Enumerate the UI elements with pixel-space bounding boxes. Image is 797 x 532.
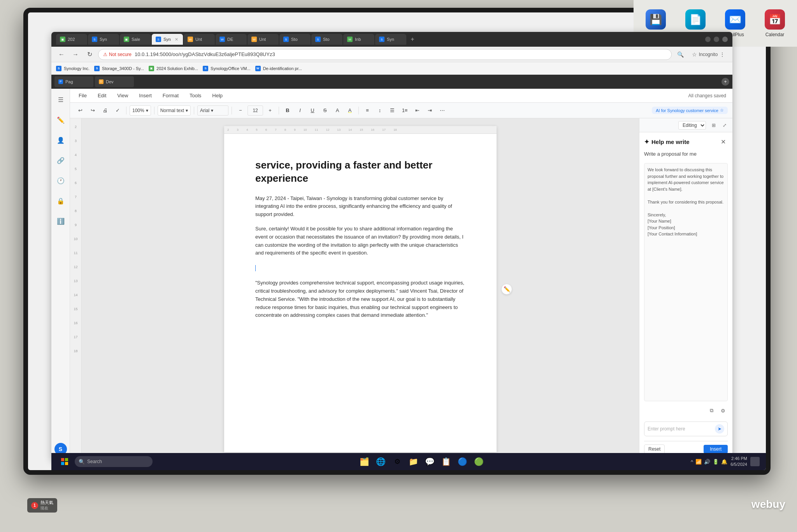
doc-cursor-area[interactable] [255,263,465,273]
tab-close-icon[interactable]: ✕ [174,37,179,42]
tab-inb[interactable]: M Inb [343,34,374,45]
font-size-field[interactable]: 12 [248,105,263,116]
floating-edit-icon[interactable]: ✏️ [501,284,512,295]
spell-check-button[interactable]: ✓ [112,105,123,116]
underline-button[interactable]: U [307,105,318,116]
list-button[interactable]: ☰ [387,105,398,116]
indent-left-button[interactable]: ⇤ [412,105,423,116]
bookmark-synology[interactable]: S Synology Inc. [56,66,90,71]
show-desktop-button[interactable] [750,457,760,466]
font-name-select[interactable]: Arial ▾ [197,105,228,116]
syn-tab-pag[interactable]: P Pag [54,76,93,87]
adjust-icon[interactable]: ⚙ [718,406,728,415]
back-button[interactable]: ← [56,49,67,60]
sound-icon[interactable]: 🔊 [704,459,710,465]
menu-icon[interactable]: ⋮ [717,49,728,60]
people-icon[interactable]: 👤 [54,134,67,146]
hamburger-menu-icon[interactable]: ☰ [54,93,67,106]
numbered-list-button[interactable]: 1≡ [399,105,410,116]
address-bar[interactable]: ⚠ Not secure 10.0.1.194:5000/oo/r/ygDASb… [98,49,672,60]
expand-icon[interactable]: ⤢ [720,121,729,130]
menu-view[interactable]: View [115,91,130,100]
info-icon[interactable]: ℹ️ [54,215,67,227]
bookmark-solution[interactable]: ▣ 2024 Solution Exhib... [149,66,198,71]
font-color-button[interactable]: A [332,105,343,116]
add-tab-icon[interactable]: + [722,78,729,86]
menu-edit[interactable]: Edit [95,91,109,100]
taskbar-app7-icon[interactable]: 🟢 [472,455,486,469]
bold-button[interactable]: B [282,105,293,116]
tab-sale[interactable]: ▣ Sale [120,34,151,45]
document-scroll-area[interactable]: 23456789101112131415161718 service, prov… [82,118,639,460]
taskbar-edge-icon[interactable]: 🌐 [374,455,388,469]
tab-syn-active[interactable]: S Syn ✕ [152,34,183,45]
tab-202[interactable]: ▣ 202 [56,34,87,45]
tab-syn2[interactable]: S Syn [375,34,406,45]
menu-insert[interactable]: Insert [137,91,154,100]
view-mode-select[interactable]: Editing [678,121,706,130]
style-select[interactable]: Normal text ▾ [158,105,191,116]
zoom-select[interactable]: 100% ▾ [130,105,151,116]
taskbar-explorer-icon[interactable]: 🗂️ [358,455,372,469]
ai-hint-banner[interactable]: AI for Synology customer service ☆ [652,107,728,114]
taskbar-chrome-icon[interactable]: ⚙ [390,455,404,469]
increase-font-button[interactable]: + [265,105,276,116]
bookmark-deidentification[interactable]: W De-identification pr... [255,66,302,71]
tab-sto1[interactable]: S Sto [279,34,311,45]
bookmark-synoffice[interactable]: S SynologyOffice VM... [203,66,251,71]
tab-de[interactable]: W DE [216,34,247,45]
tab-unt1[interactable]: W Unt [184,34,215,45]
redo-button[interactable]: ↪ [87,105,98,116]
decrease-font-button[interactable]: − [235,105,246,116]
print-button[interactable]: 🖨 [100,105,111,116]
align-button[interactable]: ≡ [362,105,373,116]
undo-button[interactable]: ↩ [75,105,86,116]
ai-panel-close-icon[interactable]: ✕ [718,137,728,146]
battery-icon[interactable]: 🔋 [713,459,719,465]
taskbar-clock[interactable]: 2:46 PM 6/5/2024 [730,456,747,468]
lock-icon[interactable]: 🔒 [54,195,67,207]
new-tab-button[interactable]: + [407,34,418,45]
search-icon[interactable]: 🔍 [675,49,686,60]
line-spacing-button[interactable]: ↕ [374,105,385,116]
start-button[interactable] [58,455,72,469]
indent-right-button[interactable]: ⇥ [424,105,435,116]
menu-tools[interactable]: Tools [187,91,204,100]
taskbar-app6-icon[interactable]: 🔵 [456,455,470,469]
tray-icon-1[interactable]: ^ [691,459,693,465]
menu-format[interactable]: Format [160,91,181,100]
minimize-button[interactable] [705,37,711,42]
ai-reset-button[interactable]: Reset [644,444,665,454]
tab-sto2[interactable]: S Sto [311,34,342,45]
syn-tab-dev[interactable]: D Dev [95,76,134,87]
notification-icon[interactable]: 🔔 [721,459,727,465]
menu-help[interactable]: Help [210,91,225,100]
edit-pen-icon[interactable]: ✏️ [54,114,67,126]
highlight-button[interactable]: A [344,105,355,116]
more-options-button[interactable]: ⋯ [437,105,448,116]
network-icon[interactable]: 📶 [695,459,702,465]
strikethrough-button[interactable]: S [320,105,330,116]
tab-unt2[interactable]: W Unt [248,34,279,45]
reload-button[interactable]: ↻ [84,49,95,60]
italic-button[interactable]: I [295,105,305,116]
ai-insert-button[interactable]: Insert [704,445,728,453]
forward-button[interactable]: → [70,49,81,60]
menu-file[interactable]: File [76,91,89,100]
maximize-button[interactable] [714,37,719,42]
copy-icon[interactable]: ⧉ [707,406,716,415]
ai-prompt-send-button[interactable]: ➤ [715,424,724,434]
close-button[interactable] [722,37,728,42]
ai-prompt-input-area[interactable]: Enter prompt here ➤ [644,421,728,436]
bookmark-storage[interactable]: S Storage_3400D - Sy... [94,66,144,71]
calendar-icon-wrapper[interactable]: 📅 Calendar [765,9,785,37]
tab-syn1[interactable]: S Syn [88,34,119,45]
taskbar-app5-icon[interactable]: 📋 [439,455,453,469]
bookmark-icon[interactable]: ☆ [689,49,700,60]
grid-view-icon[interactable]: ⊞ [709,121,718,130]
history-icon[interactable]: 🕐 [54,174,67,187]
taskbar-teams-icon[interactable]: 💬 [423,455,437,469]
taskbar-search[interactable]: 🔍 Search [75,456,153,467]
link-icon[interactable]: 🔗 [54,154,67,167]
taskbar-files-icon[interactable]: 📁 [407,455,421,469]
